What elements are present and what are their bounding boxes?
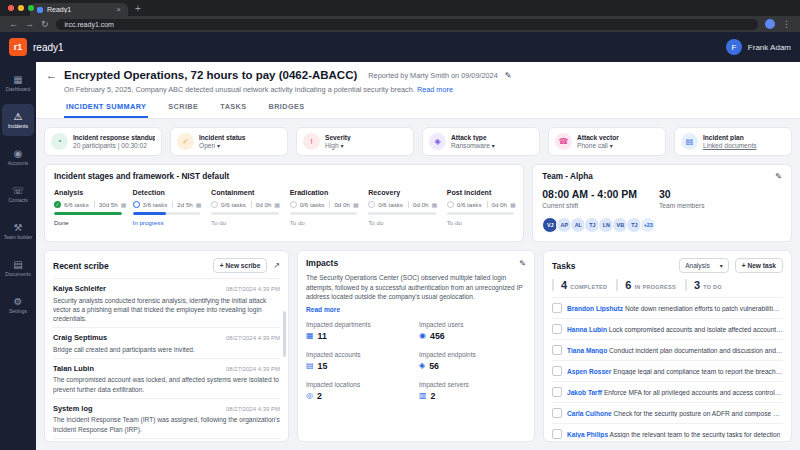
task-checkbox[interactable]	[552, 366, 562, 376]
reload-icon[interactable]: ↻	[41, 20, 49, 29]
status-card-attack-type: ◈ Attack type Ransomware ▾	[422, 127, 540, 156]
task-checkbox[interactable]	[552, 387, 562, 397]
chevron-down-icon: ▾	[610, 143, 613, 149]
sidebar-item-documents[interactable]: ▤ Documents	[2, 252, 34, 284]
settings-icon: ⚙	[14, 297, 23, 307]
task-checkbox[interactable]	[552, 429, 562, 439]
stage-progress-bar	[133, 212, 201, 215]
accounts-icon: ▤	[306, 362, 314, 370]
close-window-icon[interactable]	[8, 5, 14, 11]
task-description: Lock compromised accounts and isolate af…	[609, 326, 783, 333]
metric-value: 2	[317, 391, 322, 401]
task-assignee-link[interactable]: Tiana Mango	[567, 347, 607, 354]
open-scribe-external-icon[interactable]: ↗	[273, 261, 280, 270]
tab-bridges[interactable]: BRIDGES	[267, 99, 307, 118]
forward-icon[interactable]: →	[25, 20, 34, 29]
app-logo: r1	[9, 38, 27, 56]
stage-analysis: Analysis ✓ 6/6 tasks 30d 5h ▦ Done	[54, 189, 122, 226]
url-bar[interactable]: ircc.ready1.com	[56, 19, 758, 30]
task-row: Tiana Mango Conduct incident plan docume…	[552, 339, 783, 360]
tab-incident-summary[interactable]: INCIDENT SUMMARY	[64, 99, 148, 118]
task-assignee-link[interactable]: Jakob Tarff	[567, 389, 602, 396]
sidebar-item-label: Documents	[5, 272, 30, 277]
sidebar-item-team-builder[interactable]: ⚒ Team builder	[2, 215, 34, 247]
sidebar: ▦ Dashboard ⚠ Incidents ◉ Accounts ☏ Con…	[0, 62, 36, 450]
tasks-filter-select[interactable]: Analysis▾	[679, 258, 729, 273]
edit-impacts-icon[interactable]: ✎	[519, 259, 526, 268]
stage-recovery: Recovery 0/6 tasks 0d 0h ▦ To do	[368, 189, 436, 226]
incident-status-dropdown[interactable]: Open ▾	[199, 142, 246, 149]
sidebar-item-dashboard[interactable]: ▦ Dashboard	[2, 67, 34, 99]
browser-menu-icon[interactable]: ⋮	[782, 20, 791, 29]
new-scribe-button[interactable]: + New scribe	[213, 258, 268, 273]
stage-calendar-icon[interactable]: ▦	[510, 201, 516, 208]
task-checkbox[interactable]	[552, 345, 562, 355]
user-avatar[interactable]: F	[726, 39, 742, 55]
back-icon[interactable]: ←	[9, 20, 18, 29]
departments-icon: ▦	[306, 332, 314, 340]
metric-servers: Impacted servers ▥2	[419, 381, 526, 401]
status-card-attack-vector: ☎ Attack vector Phone call ▾	[548, 127, 666, 156]
severity-dropdown[interactable]: High ▾	[325, 142, 351, 149]
task-assignee-link[interactable]: Brandon Lipshutz	[567, 305, 623, 312]
task-assignee-link[interactable]: Hanna Lubin	[567, 326, 607, 333]
minimize-window-icon[interactable]	[18, 5, 24, 11]
attack-type-dropdown[interactable]: Ransomware ▾	[451, 142, 495, 149]
stages-title: Incident stages and framework - NIST def…	[54, 172, 514, 181]
back-arrow-icon[interactable]: ←	[46, 69, 57, 81]
users-icon: ◉	[419, 332, 426, 340]
task-checkbox[interactable]	[552, 324, 562, 334]
metric-label: Impacted users	[419, 321, 526, 328]
task-assignee-link[interactable]: Carla Culhone	[567, 410, 612, 417]
new-tab-icon[interactable]: +	[135, 2, 141, 15]
filter-value: Analysis	[685, 262, 710, 269]
tab-scribe[interactable]: SCRIBE	[166, 99, 200, 118]
avatar-more[interactable]: +23	[640, 217, 656, 233]
stage-calendar-icon[interactable]: ▦	[121, 201, 127, 208]
new-task-button[interactable]: + New task	[735, 258, 783, 273]
impacts-read-more-link[interactable]: Read more	[298, 302, 534, 314]
attack-vector-dropdown[interactable]: Phone call ▾	[577, 142, 619, 149]
linked-documents-link[interactable]: Linked documents	[703, 142, 757, 149]
metric-label: Impacted accounts	[306, 351, 413, 358]
sidebar-item-accounts[interactable]: ◉ Accounts	[2, 141, 34, 173]
sidebar-item-settings[interactable]: ⚙ Settings	[2, 289, 34, 321]
status-card-title: Attack vector	[577, 134, 619, 141]
tab-tasks[interactable]: TASKS	[218, 99, 248, 118]
stage-calendar-icon[interactable]: ▦	[431, 201, 437, 208]
read-more-link[interactable]: Read more	[417, 85, 453, 94]
stage-todo-icon	[211, 201, 218, 208]
metric-label: Impacted endpoints	[419, 351, 526, 358]
description-text: On February 5, 2025, Company ABC detecte…	[64, 85, 415, 94]
chevron-down-icon: ▾	[720, 262, 723, 269]
status-card-standup[interactable]: ◔ Incident response standup 20 participa…	[44, 127, 162, 156]
browser-profile-avatar[interactable]	[765, 19, 775, 29]
sidebar-item-contacts[interactable]: ☏ Contacts	[2, 178, 34, 210]
maximize-window-icon[interactable]	[28, 5, 34, 11]
task-assignee-link[interactable]: Kaiya Philips	[567, 431, 608, 438]
metric-label: Impacted departments	[306, 321, 413, 328]
dashboard-icon: ▦	[13, 75, 22, 85]
standup-value: 20 participants | 00:30:02	[73, 142, 155, 149]
stage-done-icon: ✓	[54, 201, 61, 208]
metric-value: 56	[429, 361, 439, 371]
task-row: Hanna Lubin Lock compromised accounts an…	[552, 318, 783, 339]
metric-value: 15	[318, 361, 328, 371]
stage-calendar-icon[interactable]: ▦	[353, 201, 359, 208]
stage-calendar-icon[interactable]: ▦	[274, 201, 280, 208]
window-controls[interactable]	[8, 5, 34, 11]
tab-close-icon[interactable]: ×	[116, 5, 121, 14]
task-assignee-link[interactable]: Aspen Rosser	[567, 368, 611, 375]
task-checkbox[interactable]	[552, 303, 562, 313]
edit-title-icon[interactable]: ✎	[505, 71, 512, 80]
task-checkbox[interactable]	[552, 408, 562, 418]
scrollbar[interactable]	[283, 311, 286, 357]
edit-team-icon[interactable]: ✎	[775, 172, 782, 181]
incident-description: On February 5, 2025, Company ABC detecte…	[64, 85, 790, 94]
stage-calendar-icon[interactable]: ▦	[196, 201, 202, 208]
browser-tab[interactable]: Ready1 ×	[30, 3, 128, 16]
status-card-title: Incident plan	[703, 134, 757, 141]
members-count: 30	[659, 188, 704, 200]
sidebar-item-incidents[interactable]: ⚠ Incidents	[2, 104, 34, 136]
incident-tabs: INCIDENT SUMMARY SCRIBE TASKS BRIDGES	[64, 99, 790, 118]
